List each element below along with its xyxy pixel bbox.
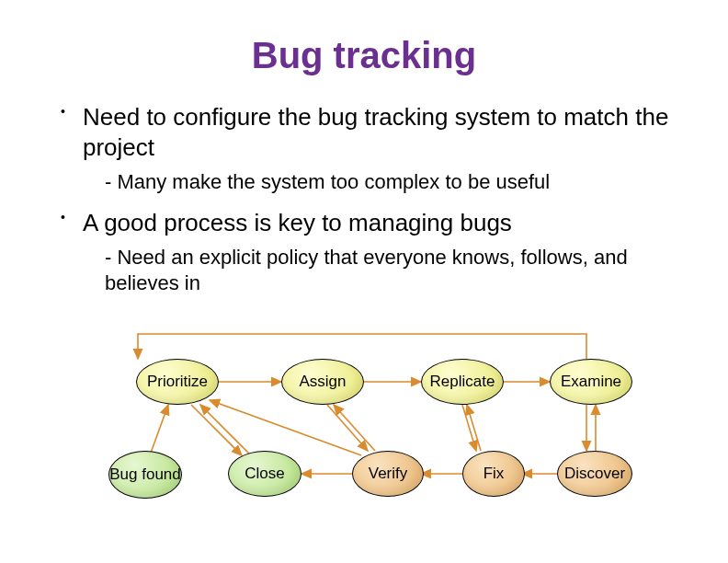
node-assign: Assign [281, 359, 364, 405]
node-bug-found: Bug found [108, 451, 182, 499]
node-fix: Fix [462, 451, 525, 497]
bullet-2-sub: - Need an explicit policy that everyone … [105, 245, 673, 295]
node-close: Close [228, 451, 301, 497]
node-replicate: Replicate [421, 359, 504, 405]
node-verify: Verify [352, 451, 424, 497]
node-prioritize: Prioritize [136, 359, 219, 405]
bullet-1: Need to configure the bug tracking syste… [83, 102, 673, 162]
node-examine: Examine [550, 359, 632, 405]
diagram-edges [99, 327, 629, 529]
node-discover: Discover [557, 451, 632, 497]
workflow-diagram: Prioritize Assign Replicate Examine Bug … [99, 327, 629, 529]
bullet-1-sub: - Many make the system too complex to be… [105, 169, 673, 195]
bullet-2: A good process is key to managing bugs [83, 208, 673, 238]
slide-title: Bug tracking [0, 35, 728, 76]
content-area: Need to configure the bug tracking syste… [83, 102, 673, 295]
